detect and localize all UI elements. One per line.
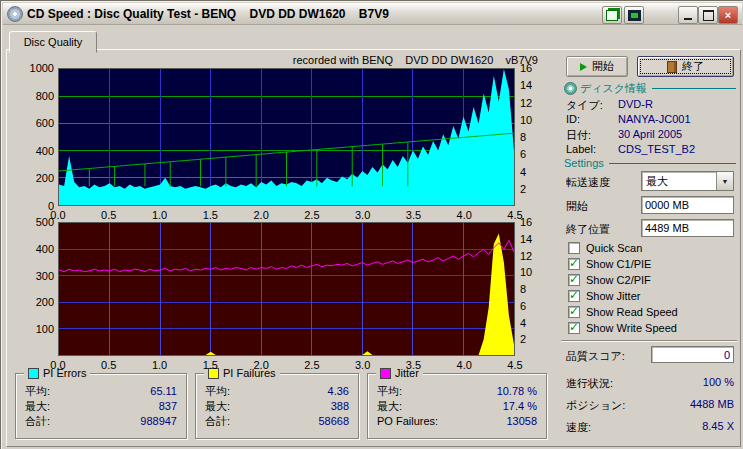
titlebar[interactable]: CD Speed : Disc Quality Test - BENQ DVD … (3, 3, 742, 25)
start-button[interactable]: 開始 (566, 56, 628, 77)
stat-label: 最大: (25, 399, 50, 414)
stat-value: 58668 (318, 414, 349, 429)
check-icon: ✓ (569, 274, 579, 284)
stat-value: 13058 (506, 414, 537, 429)
axis-tick-label: 6 (520, 148, 542, 160)
close-button[interactable]: × (718, 6, 738, 24)
stat-row: 最大:17.4 % (368, 399, 546, 414)
axis-tick-label: 10 (520, 114, 542, 126)
checkbox-label: Show Read Speed (586, 306, 678, 318)
monitor-icon-button[interactable] (624, 6, 644, 24)
axis-tick-label: 10 (520, 266, 542, 278)
start-position-field[interactable]: 0000 MB (641, 196, 734, 214)
tab-label: Disc Quality (24, 36, 83, 48)
axis-tick-label: 400 (16, 243, 54, 255)
checkbox-show-c1-pie[interactable]: ✓ Show C1/PIE (568, 258, 651, 270)
axis-tick-label: 2.5 (300, 359, 324, 371)
disc-type-label: タイプ: (566, 98, 603, 113)
maximize-button[interactable] (698, 6, 718, 24)
check-icon: ✓ (569, 306, 579, 316)
axis-tick-label: 16 (520, 216, 542, 228)
tab-disc-quality[interactable]: Disc Quality (9, 31, 97, 53)
exit-button[interactable]: 終了 (637, 56, 734, 77)
axis-tick-label: 800 (16, 90, 54, 102)
axis-tick-label: 6 (520, 300, 542, 312)
pi-errors-color-swatch (28, 368, 39, 379)
axis-tick-label: 1000 (16, 62, 54, 74)
exit-door-icon (667, 61, 677, 73)
transfer-rate-label: 転送速度 (566, 175, 610, 190)
axis-tick-label: 3.5 (401, 209, 425, 221)
checkbox-show-jitter[interactable]: ✓ Show Jitter (568, 290, 640, 302)
check-icon: ✓ (569, 258, 579, 268)
end-position-field[interactable]: 4489 MB (641, 219, 734, 237)
stat-label: 合計: (25, 414, 50, 429)
checkbox-show-write-speed[interactable]: ✓ Show Write Speed (568, 322, 677, 334)
axis-tick-label: 1.5 (198, 359, 222, 371)
section-divider (652, 88, 736, 89)
exit-button-label: 終了 (682, 59, 704, 74)
pi-errors-statbox: PI Errors 平均:65.11 最大:837 合計:988947 (15, 373, 187, 439)
divider (561, 340, 737, 342)
disc-label-value: CDS_TEST_B2 (618, 143, 695, 155)
window-title: CD Speed : Disc Quality Test - BENQ DVD … (27, 7, 389, 21)
start-button-label: 開始 (592, 59, 614, 74)
pi-failures-statbox: PI Failures 平均:4.36 最大:388 合計:58668 (195, 373, 359, 439)
axis-tick-label: 4 (520, 317, 542, 329)
disc-date-value: 30 April 2005 (618, 128, 682, 140)
axis-tick-label: 8 (520, 131, 542, 143)
checkbox-label: Show Write Speed (586, 322, 677, 334)
stat-value: 17.4 % (503, 399, 537, 414)
speed-value: 8.45 X (621, 420, 734, 432)
axis-tick-label: 2.0 (249, 209, 273, 221)
transfer-rate-select[interactable]: 最大 ▼ (641, 171, 734, 191)
quality-score-field: 0 (651, 346, 734, 363)
disc-icon (564, 82, 577, 95)
axis-tick-label: 8 (520, 283, 542, 295)
app-window: CD Speed : Disc Quality Test - BENQ DVD … (0, 0, 743, 449)
checkbox-quick-scan[interactable]: ✓ Quick Scan (568, 242, 642, 254)
stat-label: 合計: (205, 414, 230, 429)
section-divider (609, 163, 736, 164)
axis-tick-label: 3.0 (351, 209, 375, 221)
stat-row: 合計:58668 (196, 414, 358, 429)
checkbox-box[interactable]: ✓ (568, 322, 580, 334)
checkbox-box[interactable]: ✓ (568, 258, 580, 270)
axis-tick-label: 4.5 (503, 359, 527, 371)
stat-row: 最大:837 (16, 399, 186, 414)
checkbox-box[interactable]: ✓ (568, 242, 580, 254)
speed-label: 速度: (566, 420, 591, 435)
start-position-label: 開始 (566, 199, 588, 214)
cd-app-icon (7, 6, 23, 22)
recorded-with-header: recorded with BENQ DVD DD DW1620 vB7V9 (58, 54, 538, 66)
settings-title: Settings (564, 157, 604, 169)
checkbox-show-c2-pif[interactable]: ✓ Show C2/PIF (568, 274, 651, 286)
pages-icon-button[interactable] (602, 6, 622, 24)
position-label: ポジション: (566, 398, 625, 413)
stat-label: PO Failures: (377, 414, 438, 429)
checkbox-show-read-speed[interactable]: ✓ Show Read Speed (568, 306, 678, 318)
axis-tick-label: 300 (16, 270, 54, 282)
monitor-icon (628, 10, 641, 21)
axis-tick-label: 3.0 (351, 359, 375, 371)
stat-value: 388 (331, 399, 349, 414)
quality-score-label: 品質スコア: (566, 349, 625, 364)
stat-label: 平均: (205, 384, 230, 399)
chevron-down-icon[interactable]: ▼ (716, 172, 733, 190)
check-icon: ✓ (569, 322, 579, 332)
disc-info-title: ディスク情報 (580, 81, 647, 96)
checkbox-label: Show Jitter (586, 290, 640, 302)
disc-info-section-header: ディスク情報 (564, 81, 736, 96)
axis-tick-label: 2.0 (249, 359, 273, 371)
stat-label: 平均: (25, 384, 50, 399)
checkbox-box[interactable]: ✓ (568, 290, 580, 302)
stat-value: 10.78 % (497, 384, 537, 399)
checkbox-box[interactable]: ✓ (568, 306, 580, 318)
transfer-rate-value: 最大 (642, 174, 716, 189)
stat-label: 最大: (377, 399, 402, 414)
axis-tick-label: 4.0 (452, 359, 476, 371)
checkbox-box[interactable]: ✓ (568, 274, 580, 286)
axis-tick-label: 12 (520, 250, 542, 262)
minimize-button[interactable] (678, 6, 698, 24)
axis-tick-label: 14 (520, 233, 542, 245)
